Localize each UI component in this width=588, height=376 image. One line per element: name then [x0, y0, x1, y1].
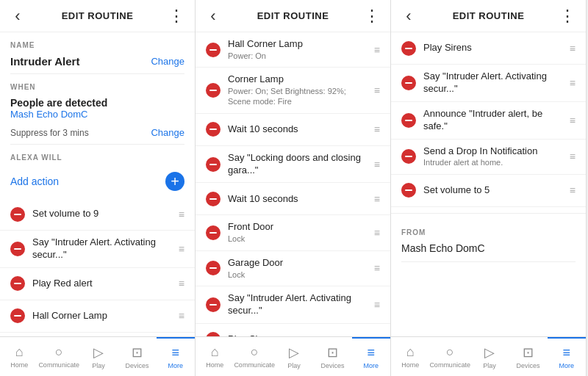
action-main: Set volume to 5 — [423, 184, 564, 197]
nav-play[interactable]: ▷ Play — [79, 337, 118, 376]
drag-handle-icon[interactable]: ≡ — [179, 278, 184, 289]
nav-home-2[interactable]: ⌂ Home — [196, 337, 234, 376]
remove-action-icon[interactable] — [10, 207, 25, 222]
home-icon: ⌂ — [15, 344, 24, 360]
more-menu-button-2[interactable]: ⋮ — [364, 7, 381, 25]
remove-action-icon[interactable] — [206, 225, 220, 240]
nav-more-label-3: More — [559, 362, 575, 369]
remove-action-icon[interactable] — [10, 242, 25, 256]
list-item: Front Door Lock ≡ — [196, 215, 390, 250]
drag-handle-icon[interactable]: ≡ — [374, 262, 380, 274]
nav-devices-2[interactable]: ⊡ Devices — [313, 337, 351, 376]
drag-handle-icon[interactable]: ≡ — [374, 123, 380, 135]
home-icon-2: ⌂ — [211, 344, 219, 360]
nav-play-label-2: Play — [287, 362, 301, 369]
remove-action-icon[interactable] — [206, 83, 220, 98]
remove-action-icon[interactable] — [401, 113, 416, 128]
panel-3-content: Play Sirens ≡ Say "Intruder Alert. Activ… — [391, 32, 586, 336]
action-main: Say "Intruder Alert. Activating secur...… — [423, 70, 564, 95]
action-sub: Power: On; Set Brightness: 92%; Scene mo… — [228, 86, 368, 107]
when-sub-text[interactable]: Mash Echo DomC — [10, 109, 184, 120]
name-section-label: NAME — [0, 32, 195, 52]
panel-2: ‹ EDIT ROUTINE ⋮ Hall Corner Lamp Power:… — [196, 0, 391, 376]
nav-devices-3[interactable]: ⊡ Devices — [509, 337, 547, 376]
communicate-icon-2: ○ — [251, 344, 259, 360]
back-button[interactable]: ‹ — [9, 7, 26, 25]
nav-more-2[interactable]: ≡ More — [352, 337, 390, 376]
nav-play-3[interactable]: ▷ Play — [470, 337, 509, 376]
drag-handle-icon[interactable]: ≡ — [374, 84, 380, 96]
devices-icon-3: ⊡ — [523, 344, 534, 361]
drag-handle-icon[interactable]: ≡ — [570, 115, 576, 126]
nav-communicate-label-3: Communicate — [429, 361, 470, 369]
nav-communicate-2[interactable]: ○ Communicate — [234, 337, 275, 376]
back-button-2[interactable]: ‹ — [204, 7, 222, 25]
nav-more[interactable]: ≡ More — [157, 337, 195, 376]
drag-handle-icon[interactable]: ≡ — [374, 44, 380, 56]
drag-handle-icon[interactable]: ≡ — [570, 184, 576, 196]
nav-devices-label-2: Devices — [320, 362, 344, 369]
action-text-block: Say "Intruder Alert. Activating secur...… — [32, 236, 173, 261]
list-item: Play Red alert ≡ — [0, 268, 195, 300]
routine-name: Intruder Alert — [10, 55, 79, 68]
remove-action-icon[interactable] — [401, 76, 416, 90]
drag-handle-icon[interactable]: ≡ — [179, 310, 184, 322]
devices-icon: ⊡ — [132, 344, 143, 361]
drag-handle-icon[interactable]: ≡ — [374, 227, 380, 239]
action-text-block: Play Sirens — [423, 42, 564, 54]
nav-communicate[interactable]: ○ Communicate — [38, 337, 79, 376]
drag-handle-icon[interactable]: ≡ — [179, 243, 184, 255]
nav-play-2[interactable]: ▷ Play — [275, 337, 313, 376]
list-item: Play Sirens ≡ — [196, 324, 390, 336]
remove-action-icon[interactable] — [10, 276, 25, 291]
drag-handle-icon[interactable]: ≡ — [570, 151, 576, 162]
drag-handle-icon[interactable]: ≡ — [570, 77, 576, 89]
nav-communicate-3[interactable]: ○ Communicate — [429, 337, 470, 376]
nav-home[interactable]: ⌂ Home — [0, 337, 38, 376]
remove-action-icon[interactable] — [206, 43, 220, 57]
action-main: Set volume to 9 — [32, 208, 173, 220]
name-change-link[interactable]: Change — [151, 56, 184, 67]
nav-devices[interactable]: ⊡ Devices — [118, 337, 156, 376]
action-main: Say "Intruder Alert. Activating secur...… — [32, 236, 173, 261]
remove-action-icon[interactable] — [206, 192, 220, 206]
drag-handle-icon[interactable]: ≡ — [374, 193, 380, 205]
play-icon-2: ▷ — [289, 344, 299, 361]
drag-handle-icon[interactable]: ≡ — [570, 43, 576, 54]
panel-3: ‹ EDIT ROUTINE ⋮ Play Sirens ≡ Say "Intr… — [391, 0, 587, 376]
remove-action-icon[interactable] — [401, 149, 416, 164]
when-row: People are detected Mash Echo DomC — [0, 94, 195, 121]
list-item: Say "Locking doors and closing gara..." … — [196, 146, 390, 184]
add-action-text[interactable]: Add action — [10, 176, 59, 187]
more-menu-button-1[interactable]: ⋮ — [168, 7, 186, 25]
add-action-button[interactable]: + — [165, 172, 184, 191]
header-title-3: EDIT ROUTINE — [417, 10, 559, 21]
drag-handle-icon[interactable]: ≡ — [179, 209, 184, 220]
more-menu-button-3[interactable]: ⋮ — [559, 7, 577, 25]
suppress-change-link[interactable]: Change — [151, 127, 184, 138]
nav-more-3[interactable]: ≡ More — [548, 337, 586, 376]
remove-action-icon[interactable] — [206, 122, 220, 137]
list-item: Wait 10 seconds ≡ — [196, 114, 390, 146]
bottom-nav-3: ⌂ Home ○ Communicate ▷ Play ⊡ Devices ≡ … — [391, 336, 586, 376]
remove-action-icon[interactable] — [206, 297, 220, 312]
action-text-block: Set volume to 9 — [32, 208, 173, 220]
nav-devices-label-3: Devices — [516, 362, 539, 369]
list-item: Set volume to 9 ≡ — [0, 198, 195, 231]
remove-action-icon[interactable] — [401, 41, 416, 56]
header-title-1: EDIT ROUTINE — [26, 10, 168, 21]
remove-action-icon[interactable] — [206, 261, 220, 275]
bottom-nav-2: ⌂ Home ○ Communicate ▷ Play ⊡ Devices ≡ … — [196, 336, 390, 376]
action-sub: Intruder alert at home. — [423, 157, 564, 167]
list-item: Hall Corner Lamp Power: On ≡ — [196, 32, 390, 68]
play-icon-3: ▷ — [484, 344, 495, 361]
back-button-3[interactable]: ‹ — [400, 7, 417, 25]
drag-handle-icon[interactable]: ≡ — [374, 159, 380, 170]
action-main: Wait 10 seconds — [228, 193, 368, 206]
remove-action-icon[interactable] — [206, 157, 220, 172]
nav-home-3[interactable]: ⌂ Home — [391, 337, 429, 376]
alexa-will-label: ALEXA WILL — [0, 145, 195, 164]
drag-handle-icon[interactable]: ≡ — [374, 299, 380, 311]
remove-action-icon[interactable] — [401, 183, 416, 198]
remove-action-icon[interactable] — [10, 308, 25, 323]
